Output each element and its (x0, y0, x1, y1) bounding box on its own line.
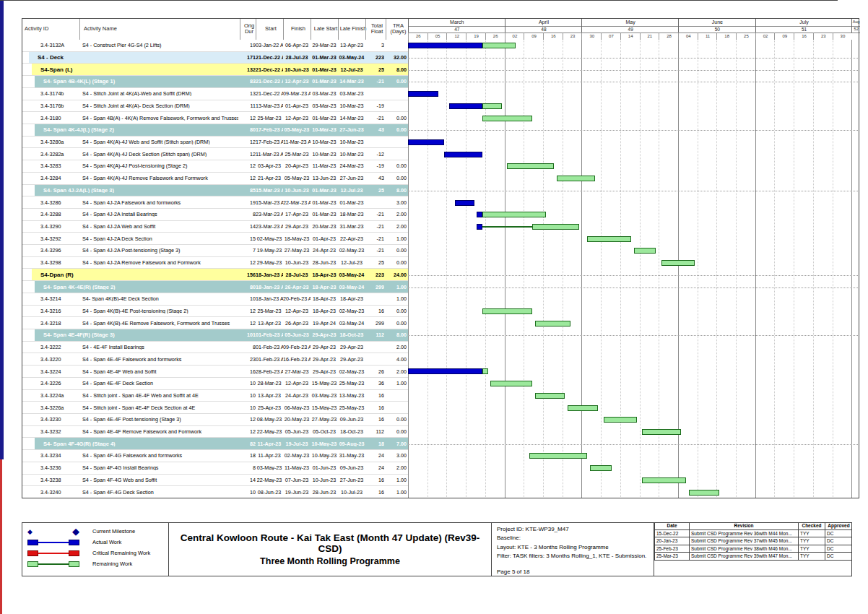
gantt-bar-remaining (535, 393, 565, 399)
cell: S4- Span 4B-4K(L) (Stage 1) (43, 79, 260, 85)
cell: 10-Mar-23 (311, 127, 338, 132)
table-row: 3.4-3286S4 - Span 4J-2A Falsework and fo… (22, 196, 408, 209)
gantt-bar-actual (455, 200, 474, 206)
cell: 299 (365, 285, 384, 290)
cell: 07-Jun-23 (283, 477, 311, 483)
cell: S4 - Deck (38, 55, 254, 61)
cell: 20-Mar-23 (311, 224, 338, 229)
cell: 8.00 (386, 332, 407, 337)
cell: 12-Jul-23 (338, 188, 365, 193)
cell: 16 (240, 369, 256, 374)
cell: 21-Dec-22 A (256, 55, 283, 60)
cell: 20-Apr-23 (283, 163, 311, 168)
cell: 85 (240, 188, 256, 193)
summary-row: S4- Span 4B-4K(L) (Stage 1)8321-Dec-22 A… (22, 76, 408, 88)
cell: 12-Apr-23 (283, 116, 311, 121)
cell: 16 (365, 405, 384, 410)
gantt-bar-remaining (661, 260, 695, 266)
legend-item-milestone: ◆◆Current Milestone (27, 526, 165, 537)
cell: 3.4-3222 (40, 345, 78, 350)
cell: 12-Apr-23 (283, 79, 311, 84)
cell: 14-Mar-23 (338, 79, 365, 84)
gantt-bar-actual (408, 139, 444, 145)
timeline-week-start-date: 30 (581, 33, 602, 40)
cell: 22-May-23 (256, 477, 283, 483)
cell: S4-Dpan (R) (40, 272, 257, 278)
cell: 3.4-3214 (40, 296, 78, 301)
cell: 0.00 (386, 163, 407, 168)
timeline-week-start-date: 23 (563, 33, 583, 40)
table-row: 3.4-3232S4 - Span 4E-4F Remove Falsework… (22, 426, 408, 438)
timeline-week-start-date: 09 (524, 33, 544, 40)
cell: 17-Apr-23 (283, 212, 311, 217)
cell: 80 (240, 285, 256, 290)
cell: 10 (240, 381, 256, 386)
week-gridline (543, 40, 544, 498)
cell: 26-Apr-23 (283, 321, 311, 326)
gantt-bar-remaining (535, 321, 571, 327)
cell: 09-Aug-23 (338, 441, 365, 446)
cell: 3.4-3238 (40, 477, 78, 483)
cell: 15-Mar-23 A (256, 200, 283, 205)
cell: 3.4-3232 (40, 429, 78, 434)
cell: 22-May-23 (256, 429, 283, 434)
month-gridline (581, 40, 582, 498)
summary-row: S4 - Deck17121-Dec-22 A28-Jul-2301-Mar-2… (22, 52, 408, 64)
cell: S4 - Stitch Joint at 4K(A)-Web and Soffi… (82, 91, 238, 96)
gantt-bar-remaining (507, 163, 554, 169)
cell: 13-Apr-23 (256, 321, 283, 326)
cell: 43 (365, 176, 384, 181)
cell: 01-Apr-23 (311, 236, 338, 241)
cell: 28-Jun-23 (311, 490, 338, 495)
cell: 27-Jun-23 (338, 176, 365, 181)
cell: 24 (365, 465, 384, 470)
month-gridline (408, 40, 409, 498)
table-row: 3.4-3230S4 - Span 4E-4F Post-tensioning … (22, 414, 408, 426)
cell: 05-Oct-23 (311, 429, 338, 434)
cell: 13-Mar-23 A (256, 103, 283, 108)
cell: S4 - Span 4J-2A Post-tensioning (Stage 3… (82, 248, 238, 253)
week-gridline (563, 40, 563, 498)
cell: S4 - Span 4B(A) - 4K(A) Remove Falsework… (82, 116, 238, 121)
cell: 18-Apr-23 (311, 296, 338, 301)
cell: 23-Mar-23 A (256, 224, 283, 229)
cell: 12 (240, 260, 256, 265)
cell: S4 - 4E-4F Install Bearings (82, 345, 238, 350)
table-row: 3.4-3240S4 - Span 4F-4G Deck Section1008… (22, 486, 408, 498)
cell: S4 - Span 4J-2A Deck Section (82, 236, 238, 241)
cell: 3.4-3240 (40, 490, 78, 495)
cell: 1.00 (386, 285, 407, 290)
summary-row: S4- Span 4E-4F(R) (Stage 3)10101-Feb-23 … (22, 329, 408, 342)
cell: S4- Span 4K-4E(R) (Stage 2) (43, 285, 260, 290)
gantt-bar-actual (408, 91, 438, 97)
cell: 16 (365, 417, 384, 422)
cell: 15 (240, 236, 256, 241)
cell: 19-Apr-24 (311, 321, 338, 326)
cell: 28-Jul-23 (283, 272, 311, 277)
cell: 18-Oct-23 (338, 332, 365, 337)
table-row: 3.4-3176bS4 - Stitch Joint at 4K(A)- Dec… (22, 100, 408, 113)
cell: 8.00 (386, 67, 407, 72)
cell: 156 (240, 272, 256, 277)
cell: 2.00 (386, 212, 407, 217)
cell: 31-May-23 (338, 453, 365, 458)
cell: S4 - Stitch joint - Span 4E-4F Deck Sect… (82, 405, 238, 410)
month-gridline (755, 40, 756, 498)
cell: S4-Span (L) (40, 67, 257, 73)
gantt-bar-remaining (568, 405, 598, 411)
cell: 3.4-3288 (40, 212, 78, 217)
cell: 27-Jun-23 (338, 477, 365, 483)
cell: 2.00 (386, 369, 407, 374)
timeline-week-start-date: 11 (698, 33, 718, 40)
project-info-block: Project ID: KTE-WP39_M47 Baseline: Layou… (497, 525, 650, 574)
cell: 0.00 (386, 321, 407, 326)
week-gridline (813, 40, 814, 498)
cell: 19 (240, 200, 256, 205)
cell: 09-Jun-23 (338, 465, 365, 470)
week-gridline (446, 40, 447, 498)
cell: 01-Mar-23 (311, 55, 338, 60)
cell: 43 (365, 127, 384, 132)
cell: 7 (240, 248, 256, 253)
cell: 3.4-3236 (40, 465, 78, 470)
cell: 3.4-3180 (40, 116, 78, 121)
